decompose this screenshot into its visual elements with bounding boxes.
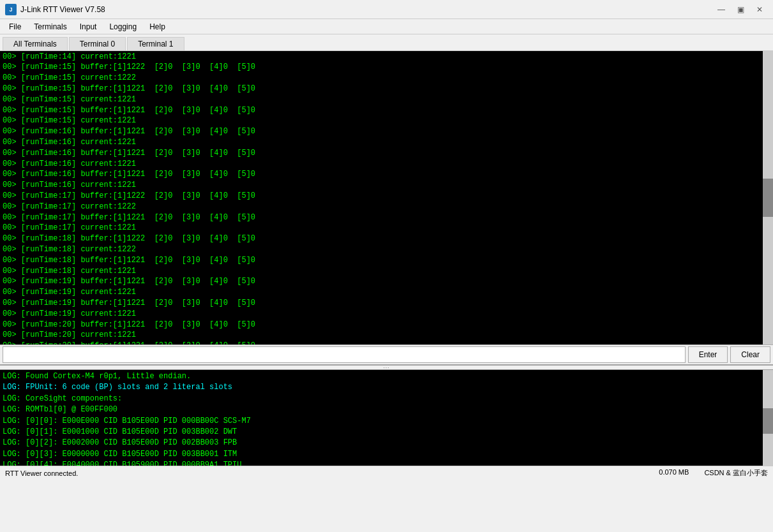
status-right: 0.070 MB CSDN & 蓝白小手套 xyxy=(659,468,768,478)
menu-help[interactable]: Help xyxy=(143,21,172,33)
status-bar: RTT Viewer connected. 0.070 MB CSDN & 蓝白… xyxy=(0,466,773,480)
terminal-line: 00> [runTime:14] current:1221 xyxy=(3,52,760,63)
menu-bar: File Terminals Input Logging Help xyxy=(0,19,773,34)
terminal-line: 00> [runTime:18] current:1221 xyxy=(3,266,760,277)
log-line: LOG: [0][0]: E000E000 CID B105E00D PID 0… xyxy=(3,416,760,427)
brand-label: CSDN & 蓝白小手套 xyxy=(704,468,768,478)
tab-terminal-0[interactable]: Terminal 0 xyxy=(69,37,126,50)
upper-pane: 00> [runTime:15] buffer:[1]1222 [2]0 [3]… xyxy=(0,51,773,344)
log-line: LOG: [0][4]: E0040000 CID B105900D PID 0… xyxy=(3,460,760,466)
menu-logging[interactable]: Logging xyxy=(103,21,143,33)
terminal-line: 00> [runTime:20] current:1221 xyxy=(3,330,760,341)
log-line: LOG: CoreSight components: xyxy=(3,394,760,404)
terminal-line: 00> [runTime:19] buffer:[1]1221 [2]0 [3]… xyxy=(3,298,760,309)
terminal-scrollbar[interactable] xyxy=(763,51,773,344)
terminal-line: 00> [runTime:15] current:1222 xyxy=(3,73,760,84)
menu-terminals[interactable]: Terminals xyxy=(27,21,73,33)
terminal-line: 00> [runTime:17] buffer:[1]1221 [2]0 [3]… xyxy=(3,212,760,223)
terminal-line: 00> [runTime:18] buffer:[1]1221 [2]0 [3]… xyxy=(3,255,760,266)
terminal-line: 00> [runTime:19] buffer:[1]1221 [2]0 [3]… xyxy=(3,276,760,287)
log-scrollbar-thumb[interactable] xyxy=(763,408,773,434)
clear-button[interactable]: Clear xyxy=(730,346,770,363)
terminal-line: 00> [runTime:15] buffer:[1]1221 [2]0 [3]… xyxy=(3,84,760,94)
minimize-button[interactable]: — xyxy=(713,3,730,16)
terminal-line: 00> [runTime:16] current:1221 xyxy=(3,159,760,170)
app-icon-letter: J xyxy=(9,6,12,13)
terminal-line: 00> [runTime:17] buffer:[1]1222 [2]0 [3]… xyxy=(3,191,760,202)
log-line: LOG: ROMTbl[0] @ E00FF000 xyxy=(3,404,760,415)
log-line: LOG: FPUnit: 6 code (BP) slots and 2 lit… xyxy=(3,382,760,393)
terminal-line: 00> [runTime:20] buffer:[1]1221 [2]0 [3]… xyxy=(3,320,760,330)
tab-terminal-1[interactable]: Terminal 1 xyxy=(127,37,184,50)
menu-file[interactable]: File xyxy=(3,21,27,33)
terminal-line: 00> [runTime:17] current:1222 xyxy=(3,202,760,212)
app-icon: J xyxy=(5,4,17,15)
terminal-line: 00> [runTime:15] current:1221 xyxy=(3,94,760,105)
window-title: J-Link RTT Viewer V7.58 xyxy=(20,5,713,14)
status-message: RTT Viewer connected. xyxy=(5,469,649,477)
terminal-line: 00> [runTime:15] current:1221 xyxy=(3,115,760,126)
log-line: LOG: [0][3]: E0000000 CID B105E00D PID 0… xyxy=(3,449,760,460)
terminal-line: 00> [runTime:15] buffer:[1]1221 [2]0 [3]… xyxy=(3,105,760,116)
panes-container: 00> [runTime:15] buffer:[1]1222 [2]0 [3]… xyxy=(0,51,773,466)
tabs-bar: All Terminals Terminal 0 Terminal 1 xyxy=(0,34,773,51)
terminal-line: 00> [runTime:16] current:1221 xyxy=(3,180,760,191)
window-controls: — ▣ ✕ xyxy=(713,3,768,16)
terminal-line: 00> [runTime:18] current:1222 xyxy=(3,244,760,255)
log-scrollbar[interactable] xyxy=(763,370,773,466)
title-bar: J J-Link RTT Viewer V7.58 — ▣ ✕ xyxy=(0,0,773,19)
terminal-scrollbar-thumb[interactable] xyxy=(763,179,773,217)
terminal-line: 00> [runTime:19] current:1221 xyxy=(3,309,760,320)
terminal-line: 00> [runTime:16] buffer:[1]1221 [2]0 [3]… xyxy=(3,148,760,159)
drag-handle[interactable] xyxy=(0,365,773,370)
terminal-line: 00> [runTime:19] current:1221 xyxy=(3,287,760,298)
input-row: Enter Clear xyxy=(0,344,773,365)
terminal-line: 00> [runTime:16] buffer:[1]1221 [2]0 [3]… xyxy=(3,126,760,137)
lower-pane: LOG: Found Cortex-M4 r0p1, Little endian… xyxy=(0,370,773,466)
log-line: LOG: [0][1]: E0001000 CID B105E00D PID 0… xyxy=(3,427,760,438)
log-area[interactable]: LOG: Found Cortex-M4 r0p1, Little endian… xyxy=(0,370,763,466)
terminal-output[interactable]: 00> [runTime:15] buffer:[1]1222 [2]0 [3]… xyxy=(0,51,763,344)
terminal-line: 00> [runTime:16] buffer:[1]1221 [2]0 [3]… xyxy=(3,169,760,180)
terminal-line: 00> [runTime:17] current:1221 xyxy=(3,223,760,233)
terminal-line: 00> [runTime:16] current:1221 xyxy=(3,137,760,148)
terminal-line: 00> [runTime:15] buffer:[1]1222 [2]0 [3]… xyxy=(3,62,760,73)
log-line: LOG: Found Cortex-M4 r0p1, Little endian… xyxy=(3,371,760,382)
log-line: LOG: [0][2]: E0002000 CID B105E00D PID 0… xyxy=(3,438,760,448)
menu-input[interactable]: Input xyxy=(73,21,103,33)
terminal-line: 00> [runTime:18] buffer:[1]1222 [2]0 [3]… xyxy=(3,233,760,244)
maximize-button[interactable]: ▣ xyxy=(732,3,749,16)
memory-usage: 0.070 MB xyxy=(659,468,689,478)
terminal-input[interactable] xyxy=(3,346,686,363)
enter-button[interactable]: Enter xyxy=(688,346,728,363)
close-button[interactable]: ✕ xyxy=(751,3,768,16)
tab-all-terminals[interactable]: All Terminals xyxy=(3,37,68,50)
